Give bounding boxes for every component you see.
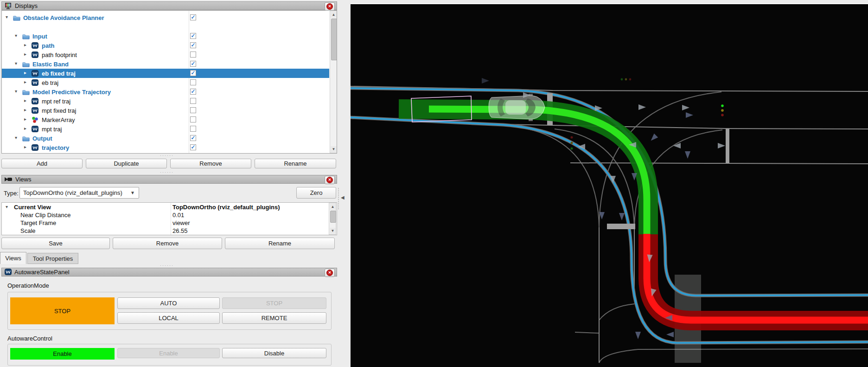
expand-arrow-icon[interactable] [24,116,30,123]
autoware-panel-header[interactable]: AutowareStatePanel [1,268,337,277]
expand-arrow-icon[interactable] [15,135,20,142]
property-row-near-clip[interactable]: Near Clip Distance 0.01 [2,212,337,219]
autoware-topic-icon [32,52,39,58]
visibility-checkbox[interactable] [190,33,196,39]
properties-scrollbar[interactable]: ▲ ▼ [329,203,336,235]
rename-view-button[interactable]: Rename [225,238,335,249]
visibility-checkbox[interactable] [190,126,196,132]
visibility-checkbox[interactable] [190,107,196,113]
scrollbar-thumb[interactable] [330,211,336,223]
rename-button[interactable]: Rename [255,159,336,168]
views-panel-title: Views [15,176,31,183]
visibility-checkbox[interactable] [190,98,196,104]
tree-item-eb-fixed-traj[interactable]: eb fixed traj [2,69,329,78]
remove-view-button[interactable]: Remove [113,238,222,249]
visibility-checkbox[interactable] [190,70,196,76]
autoware-topic-icon [32,79,39,86]
expand-arrow-icon[interactable] [15,61,20,67]
tree-item-markerarray[interactable]: MarkerArray [2,115,329,124]
enable-button[interactable]: Enable [117,348,220,358]
splitter-handle[interactable]: ······ [160,153,174,158]
visibility-checkbox[interactable] [190,89,196,95]
zero-button[interactable]: Zero [296,187,336,199]
autoware-control-state: Enable [10,348,115,360]
auto-button[interactable]: AUTO [117,297,220,309]
tree-item-elastic-band[interactable]: Elastic Band [2,59,329,69]
tree-item-obstacle-avoidance-planner[interactable]: Obstacle Avoidance Planner [2,13,329,22]
views-close-button[interactable] [325,176,335,184]
displays-panel-header[interactable]: Displays [1,1,337,10]
remote-button[interactable]: REMOTE [222,312,326,324]
tab-views[interactable]: Views [0,252,26,264]
expand-arrow-icon[interactable] [15,33,20,39]
folder-icon [22,135,30,142]
autoware-icon [5,269,12,276]
property-row-scale[interactable]: Scale 26.55 [2,227,337,235]
tree-item-path[interactable]: path [2,41,329,50]
scroll-up-icon[interactable]: ▲ [331,12,337,18]
tree-item-mpt-ref-traj[interactable]: mpt ref traj [2,97,329,106]
expand-arrow-icon[interactable] [15,89,20,95]
operation-mode-label: OperationMode [7,282,49,289]
save-view-button[interactable]: Save [1,238,110,249]
autoware-panel-title: AutowareStatePanel [14,269,70,276]
add-button[interactable]: Add [1,159,83,168]
chevron-down-icon: ▼ [130,190,135,195]
autoware-topic-icon [32,144,39,151]
scroll-down-icon[interactable]: ▼ [330,228,336,234]
expand-arrow-icon[interactable] [24,126,30,132]
autoware-close-button[interactable] [325,269,335,277]
view-type-dropdown[interactable]: TopDownOrtho (rviz_default_plugins) ▼ [19,187,139,199]
visibility-checkbox[interactable] [190,42,196,48]
tree-item-mpt-fixed-traj[interactable]: mpt fixed traj [2,106,329,115]
property-row-current-view[interactable]: Current View TopDownOrtho (rviz_default_… [2,204,337,212]
scroll-down-icon[interactable]: ▼ [331,146,337,152]
stop-button[interactable]: STOP [222,297,326,309]
displays-panel-title: Displays [15,2,38,9]
remove-button[interactable]: Remove [170,159,251,168]
expand-arrow-icon[interactable] [6,204,11,211]
views-camera-icon [5,176,13,182]
tab-tool-properties[interactable]: Tool Properties [27,253,78,264]
ego-vehicle [489,94,545,121]
visibility-checkbox[interactable] [190,52,196,58]
tree-item-input[interactable]: Input [2,32,329,41]
collapse-panel-icon[interactable]: ◀ [341,195,345,200]
expand-arrow-icon[interactable] [6,14,11,21]
property-row-target-frame[interactable]: Target Frame viewer [2,219,337,227]
autoware-topic-icon [32,107,39,114]
visibility-checkbox[interactable] [190,144,196,150]
expand-arrow-icon[interactable] [24,107,30,114]
displays-close-button[interactable] [325,2,335,11]
visibility-checkbox[interactable] [190,79,196,85]
expand-arrow-icon[interactable] [24,144,30,151]
expand-arrow-icon[interactable] [24,42,30,49]
tree-item-trajectory[interactable]: trajectory [2,143,329,152]
expand-arrow-icon[interactable] [24,98,30,104]
scroll-up-icon[interactable]: ▲ [330,204,336,210]
visibility-checkbox[interactable] [190,135,196,141]
views-panel-header[interactable]: Views [1,175,337,184]
visibility-checkbox[interactable] [190,116,196,122]
scrollbar-thumb[interactable] [331,19,337,60]
expand-arrow-icon[interactable] [24,52,30,58]
disable-button[interactable]: Disable [222,348,326,358]
local-button[interactable]: LOCAL [117,312,220,324]
tree-item-path-footprint[interactable]: path footprint [2,50,329,59]
tree-item-mpt-traj[interactable]: mpt traj [2,124,329,134]
expand-arrow-icon[interactable] [24,70,30,77]
visibility-checkbox[interactable] [190,61,196,67]
splitter-handle[interactable]: ······ [160,170,174,174]
tree-scrollbar[interactable]: ▲ ▼ [330,11,337,153]
expand-arrow-icon[interactable] [24,79,30,86]
tree-item-model-predictive-trajectory[interactable]: Model Predictive Trajectory [2,87,329,97]
duplicate-button[interactable]: Duplicate [86,159,167,168]
tree-item-output[interactable]: Output [2,134,329,143]
panel-splitter[interactable] [338,188,339,209]
tree-item-eb-traj[interactable]: eb traj [2,78,329,87]
view-type-label: Type: [4,190,19,197]
displays-icon [5,2,12,9]
splitter-handle[interactable]: ······ [160,263,174,268]
3d-viewport[interactable] [351,0,868,367]
visibility-checkbox[interactable] [190,14,196,20]
